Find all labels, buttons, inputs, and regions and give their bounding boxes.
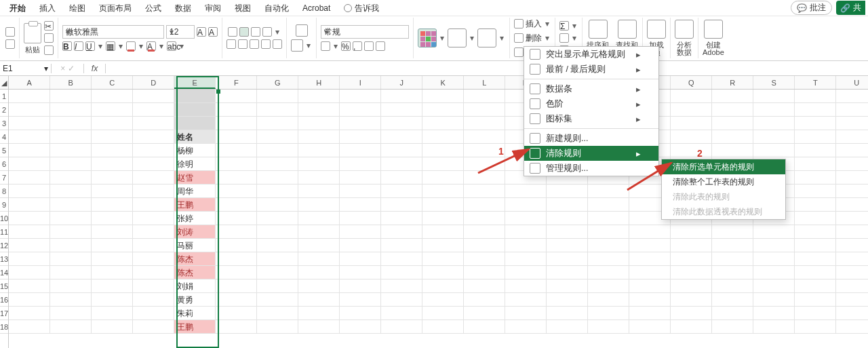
row-header-1[interactable]: 1: [0, 90, 8, 103]
row-header-16[interactable]: 16: [0, 293, 8, 307]
row-header-14[interactable]: 14: [0, 266, 8, 279]
undo-icon[interactable]: [5, 27, 15, 37]
align-center-icon[interactable]: [238, 39, 248, 49]
insert-cells-icon[interactable]: [514, 19, 524, 28]
column-header-U[interactable]: U: [836, 76, 868, 89]
cell-name[interactable]: 陈杰: [174, 266, 216, 279]
cf-icon-sets[interactable]: 图标集▸: [524, 111, 658, 126]
font-name-select[interactable]: 微软雅黑 ▾: [62, 25, 164, 39]
tab-insert[interactable]: 插入: [33, 0, 62, 16]
cell-name[interactable]: 王鹏: [174, 320, 216, 334]
column-header-R[interactable]: R: [712, 76, 753, 89]
tab-draw[interactable]: 绘图: [62, 0, 92, 16]
tab-review[interactable]: 审阅: [198, 0, 228, 16]
align-bottom-icon[interactable]: [251, 27, 260, 37]
cf-clear-rules[interactable]: 清除规则▸: [524, 146, 658, 161]
font-color-button[interactable]: A: [146, 41, 156, 51]
clear-whole-sheet[interactable]: 清除整个工作表的规则: [662, 174, 785, 189]
borders-button[interactable]: ▦: [106, 41, 115, 51]
column-header-K[interactable]: K: [422, 76, 464, 89]
row-header-7[interactable]: 7: [0, 171, 8, 185]
format-cells-icon[interactable]: [514, 47, 524, 57]
tab-automation[interactable]: 自动化: [258, 0, 296, 16]
fill-color-button[interactable]: [126, 41, 136, 51]
row-header-5[interactable]: 5: [0, 144, 8, 157]
format-as-table-button[interactable]: [448, 28, 467, 47]
comma-icon[interactable]: ,: [353, 41, 362, 51]
font-size-select[interactable]: 12 ▾: [166, 25, 195, 39]
column-header-J[interactable]: J: [381, 76, 422, 89]
chevron-down-icon[interactable]: ▾: [439, 33, 446, 43]
share-button[interactable]: 🔗 共: [836, 1, 865, 15]
row-header-4[interactable]: 4: [0, 130, 8, 144]
tab-layout[interactable]: 页面布局: [92, 0, 138, 16]
copy-icon[interactable]: [44, 33, 54, 43]
column-header-B[interactable]: B: [50, 76, 92, 89]
row-header-11[interactable]: 11: [0, 225, 8, 239]
row-header-6[interactable]: 6: [0, 157, 8, 171]
cell-name[interactable]: 马丽: [174, 239, 216, 252]
italic-button[interactable]: I: [74, 41, 83, 51]
cf-manage-rules[interactable]: 管理规则...: [524, 161, 658, 176]
column-header-H[interactable]: H: [298, 76, 340, 89]
tab-data[interactable]: 数据: [168, 0, 198, 16]
column-header-F[interactable]: F: [216, 76, 257, 89]
cut-icon[interactable]: ✂: [44, 21, 54, 31]
row-header-3[interactable]: 3: [0, 117, 8, 130]
merge-cells-icon[interactable]: [291, 39, 303, 52]
cf-top-rules[interactable]: 最前 / 最后规则▸: [524, 62, 658, 77]
chevron-down-icon[interactable]: ▾: [138, 41, 144, 51]
fill-icon[interactable]: [559, 33, 569, 43]
underline-button[interactable]: U: [85, 41, 95, 51]
cf-highlight-rules[interactable]: 突出显示单元格规则▸: [524, 47, 658, 62]
select-all-corner[interactable]: ◢: [0, 76, 8, 90]
phonetic-button[interactable]: abc: [167, 41, 176, 51]
clear-selected-cells[interactable]: 清除所选单元格的规则: [662, 159, 785, 174]
shrink-font-icon[interactable]: A: [208, 27, 218, 37]
find-select-icon[interactable]: [618, 20, 637, 39]
number-format-select[interactable]: 常规 ▾: [321, 25, 409, 39]
cell-name[interactable]: 张婷: [174, 212, 216, 225]
redo-icon[interactable]: [5, 39, 15, 49]
cell-name[interactable]: 赵雪: [174, 171, 216, 185]
column-header-C[interactable]: C: [92, 76, 133, 89]
currency-icon[interactable]: [321, 41, 330, 51]
indent-inc-icon[interactable]: [273, 39, 282, 49]
cell-styles-button[interactable]: [477, 28, 496, 47]
wrap-text-icon[interactable]: [296, 24, 308, 37]
column-header-G[interactable]: G: [257, 76, 298, 89]
analyze-icon[interactable]: [675, 20, 694, 39]
cell-name[interactable]: 朱莉: [174, 307, 216, 320]
name-box[interactable]: E1 ▾: [0, 64, 52, 73]
column-header-A[interactable]: A: [9, 76, 50, 89]
chevron-down-icon[interactable]: ▾: [178, 41, 185, 51]
tell-me[interactable]: 告诉我: [337, 0, 386, 16]
column-header-L[interactable]: L: [464, 76, 505, 89]
tab-formulas[interactable]: 公式: [138, 0, 168, 16]
cell-name[interactable]: 王鹏: [174, 198, 216, 212]
row-header-18[interactable]: 18: [0, 320, 8, 334]
paste-icon[interactable]: [24, 23, 41, 43]
cell-header-name[interactable]: 姓名: [174, 130, 216, 144]
cell-name[interactable]: 徐明: [174, 157, 216, 171]
row-header-12[interactable]: 12: [0, 239, 8, 252]
adobe-icon[interactable]: [704, 20, 723, 39]
dec-decimal-icon[interactable]: [376, 41, 385, 51]
delete-cells-icon[interactable]: [514, 33, 524, 43]
cf-data-bars[interactable]: 数据条▸: [524, 81, 658, 96]
inc-decimal-icon[interactable]: [364, 41, 374, 51]
indent-dec-icon[interactable]: [261, 39, 271, 49]
column-header-I[interactable]: I: [340, 76, 381, 89]
row-header-10[interactable]: 10: [0, 212, 8, 225]
align-top-icon[interactable]: [228, 27, 237, 37]
fx-icon[interactable]: fx: [84, 64, 106, 73]
row-header-2[interactable]: 2: [0, 103, 8, 117]
orientation-icon[interactable]: [262, 27, 272, 37]
row-header-8[interactable]: 8: [0, 185, 8, 198]
cell-name[interactable]: 黄勇: [174, 293, 216, 307]
row-header-17[interactable]: 17: [0, 307, 8, 320]
format-painter-icon[interactable]: [44, 45, 54, 55]
align-middle-icon[interactable]: [239, 27, 249, 37]
row-header-9[interactable]: 9: [0, 198, 8, 212]
addins-icon[interactable]: [647, 20, 666, 39]
